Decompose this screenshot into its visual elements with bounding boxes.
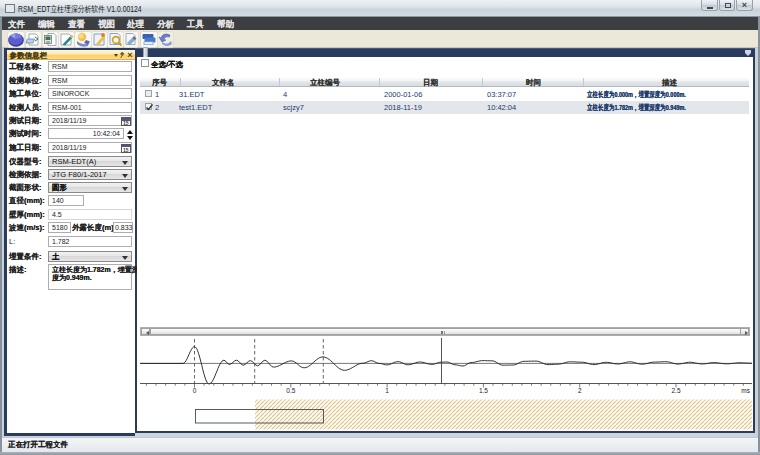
svg-text:2: 2 (578, 387, 582, 394)
svg-text:1.5: 1.5 (479, 387, 488, 394)
svg-text:1: 1 (385, 387, 389, 394)
svg-text:0.5: 0.5 (286, 387, 295, 394)
svg-text:0: 0 (193, 387, 197, 394)
svg-text:2.5: 2.5 (671, 387, 680, 394)
svg-text:ms: ms (741, 387, 750, 394)
